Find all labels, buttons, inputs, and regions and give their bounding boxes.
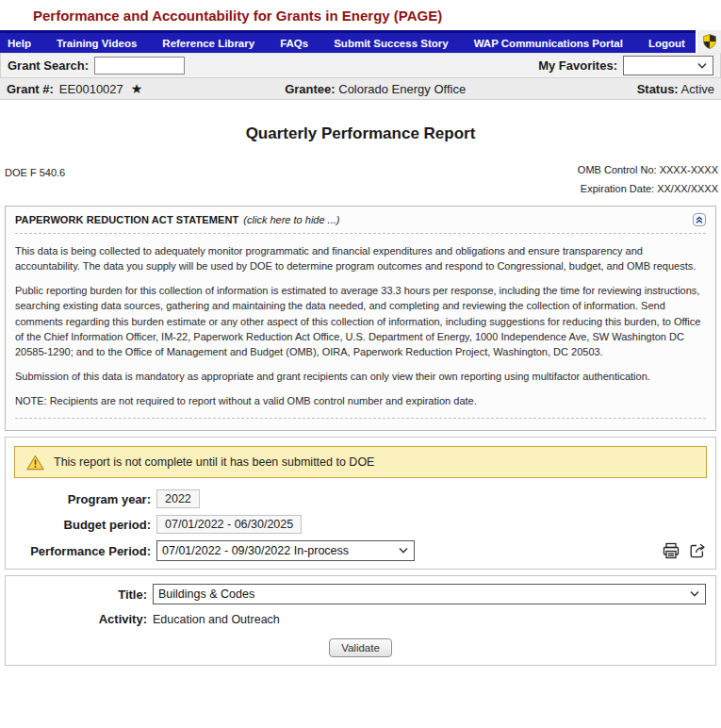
incomplete-report-warning: This report is not complete until it has… xyxy=(14,446,707,478)
title-select[interactable]: Buildings & Codes xyxy=(154,585,705,604)
nav-item-help[interactable]: Help xyxy=(8,38,31,49)
grantee-value: Colorado Energy Office xyxy=(338,82,466,96)
omb-control-number: OMB Control No: XXXX-XXXX xyxy=(578,160,718,179)
title-select-wrap: Buildings & Codes xyxy=(153,584,706,604)
page-title: Performance and Accountability for Grant… xyxy=(33,8,721,24)
pra-paragraph: Public reporting burden for this collect… xyxy=(15,283,706,359)
grant-number-label: Grant #: xyxy=(7,82,54,96)
security-shield-icon xyxy=(696,30,721,53)
performance-period-select[interactable]: 07/01/2022 - 09/30/2022 In-process xyxy=(157,541,414,560)
status-label: Status: xyxy=(637,82,679,96)
activity-label: Activity: xyxy=(13,612,153,626)
budget-period-label: Budget period: xyxy=(13,518,156,532)
grant-number-value: EE0010027 xyxy=(59,82,123,96)
form-number: DOE F 540.6 xyxy=(5,160,65,198)
grant-search-input[interactable] xyxy=(94,57,185,74)
nav-links: Help Training Videos Reference Library F… xyxy=(0,30,696,53)
favorite-star-icon[interactable]: ★ xyxy=(131,82,143,95)
warning-text: This report is not complete until it has… xyxy=(54,455,374,469)
nav-item-logout[interactable]: Logout xyxy=(648,38,685,49)
pra-paragraph: NOTE: Recipients are not required to rep… xyxy=(15,393,706,408)
pra-statement-box: PAPERWORK REDUCTION ACT STATEMENT (click… xyxy=(5,206,716,431)
print-icon[interactable] xyxy=(662,541,680,560)
nav-item-training-videos[interactable]: Training Videos xyxy=(57,38,137,49)
nav-item-wap-communications-portal[interactable]: WAP Communications Portal xyxy=(474,38,623,49)
pra-paragraph: Submission of this data is mandatory as … xyxy=(15,369,706,384)
expiration-date: Expiration Date: XX/XX/XXXX xyxy=(578,179,718,198)
validate-button[interactable]: Validate xyxy=(329,638,392,657)
warning-triangle-icon xyxy=(26,455,44,471)
program-year-value: 2022 xyxy=(156,489,200,508)
budget-period-value: 07/01/2022 - 06/30/2025 xyxy=(156,515,302,534)
my-favorites-select-wrap xyxy=(623,56,713,75)
nav-item-submit-success-story[interactable]: Submit Success Story xyxy=(334,38,448,49)
form-meta: DOE F 540.6 OMB Control No: XXXX-XXXX Ex… xyxy=(0,160,721,198)
export-icon[interactable] xyxy=(688,541,707,560)
report-heading: Quarterly Performance Report xyxy=(0,124,721,143)
grant-info-bar: Grant #: EE0010027 ★ Grantee: Colorado E… xyxy=(0,78,721,100)
grantee-label: Grantee: xyxy=(285,82,335,96)
activity-panel: Title: Buildings & Codes Activity: Educa… xyxy=(5,575,716,666)
status-value: Active xyxy=(681,82,714,96)
collapse-icon[interactable] xyxy=(693,213,706,226)
my-favorites-label: My Favorites: xyxy=(538,58,617,73)
activity-value: Education and Outreach xyxy=(153,613,708,626)
title-label: Title: xyxy=(13,587,153,602)
report-period-panel: This report is not complete until it has… xyxy=(5,437,716,570)
performance-period-label: Performance Period: xyxy=(13,544,156,558)
program-year-label: Program year: xyxy=(13,492,156,506)
grant-search-label: Grant Search: xyxy=(8,58,89,73)
nav-item-faqs[interactable]: FAQs xyxy=(280,38,308,49)
my-favorites-select[interactable] xyxy=(624,57,713,74)
grant-search-bar: Grant Search: My Favorites: xyxy=(0,53,721,78)
main-navbar: Help Training Videos Reference Library F… xyxy=(0,30,721,53)
pra-title: PAPERWORK REDUCTION ACT STATEMENT xyxy=(15,214,238,225)
performance-period-select-wrap: 07/01/2022 - 09/30/2022 In-process xyxy=(156,540,415,561)
pra-paragraph: This data is being collected to adequate… xyxy=(15,243,706,273)
pra-toggle-hint[interactable]: (click here to hide ...) xyxy=(243,214,339,225)
nav-item-reference-library[interactable]: Reference Library xyxy=(162,38,254,49)
